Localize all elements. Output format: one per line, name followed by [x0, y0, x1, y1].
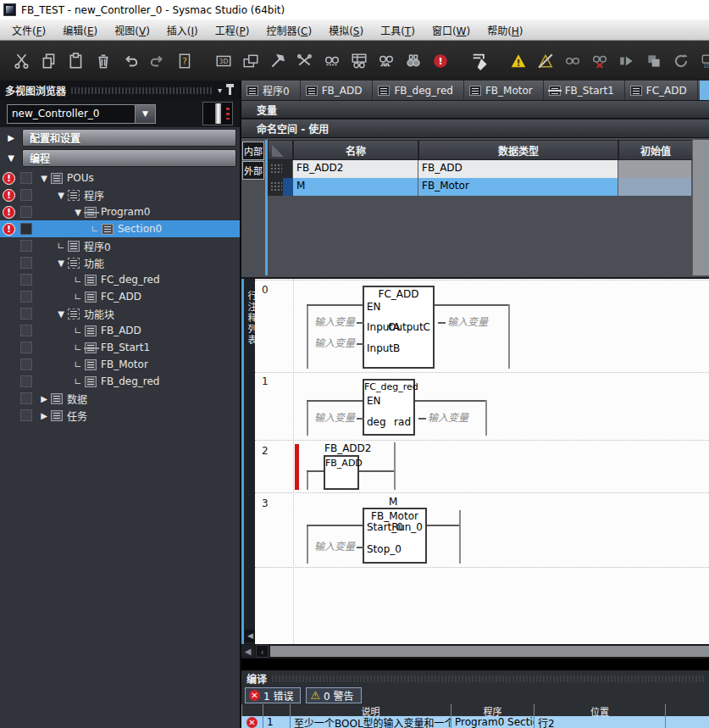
fb-instance-name[interactable]: M — [389, 496, 397, 508]
watch-glasses-off-icon[interactable] — [589, 50, 611, 72]
cut-icon[interactable] — [11, 50, 33, 72]
tab-active-partial[interactable] — [700, 81, 709, 100]
collapse-arrow-icon[interactable]: ▶ — [37, 394, 51, 403]
hscroll-thumb[interactable] — [270, 646, 709, 657]
menu-tools[interactable]: 工具(T) — [372, 20, 424, 40]
step-run-icon[interactable] — [616, 50, 638, 72]
tree-checkbox[interactable] — [20, 342, 32, 353]
column-header-name[interactable]: 名称 — [293, 140, 418, 160]
menu-window[interactable]: 窗口(W) — [424, 20, 479, 40]
tree-checkbox[interactable] — [20, 189, 32, 201]
tree-checkbox[interactable] — [20, 409, 32, 421]
tree-checkbox[interactable] — [20, 257, 32, 269]
tree-checkbox[interactable] — [20, 291, 32, 303]
expand-arrow-icon[interactable]: ▼ — [37, 174, 51, 183]
delete-icon[interactable] — [92, 50, 114, 72]
collapse-arrow-icon[interactable]: ▶ — [0, 133, 22, 142]
tab-fc-add[interactable]: FC_ADD — [625, 81, 698, 100]
tab-fb-start1[interactable]: FB_Start1 — [544, 81, 625, 100]
tree-item-program0[interactable]: ! ▼Program0 — [0, 203, 240, 220]
variables-bar[interactable]: 变量 — [241, 100, 709, 119]
menu-controller[interactable]: 控制器(C) — [258, 20, 320, 40]
column-header-initial[interactable]: 初始值 — [618, 140, 693, 160]
menu-help[interactable]: 帮助(H) — [479, 20, 531, 40]
scroll-step-left-icon[interactable]: ‹ — [256, 645, 269, 658]
section-config[interactable]: ▶ 配置和设置 — [0, 128, 240, 147]
description-column[interactable]: 说明 — [290, 704, 451, 716]
search-icon[interactable] — [402, 50, 424, 72]
tree-checkbox[interactable] — [20, 325, 32, 336]
menu-view[interactable]: 视图(V) — [106, 20, 158, 40]
tab-fb-motor[interactable]: FB_Motor — [464, 81, 544, 100]
tree-checkbox[interactable] — [20, 274, 32, 286]
tab-external[interactable]: 外部 — [242, 161, 264, 180]
pin-icon[interactable] — [229, 86, 231, 95]
tab-internal[interactable]: 内部 — [242, 142, 264, 160]
grid-corner-cell[interactable] — [268, 140, 293, 160]
tree-item-section0[interactable]: ! ∟Section0 — [0, 220, 240, 237]
menu-simulation[interactable]: 模拟(S) — [320, 20, 372, 40]
input-placeholder[interactable]: 输入变量 — [314, 314, 364, 328]
fb-motor-block[interactable]: FB_Motor Start_0 Run_0 Stop_0 — [363, 508, 427, 564]
fb-add2-block[interactable]: FB_ADD — [324, 455, 359, 490]
redo-icon[interactable] — [147, 50, 169, 72]
rung-comment-strip[interactable]: 行注释列表 ◀ — [241, 279, 255, 644]
tree-item-program0-st[interactable]: ∟程序0 — [0, 237, 240, 254]
undo-icon[interactable] — [119, 50, 141, 72]
tree-item-fb-deg-red[interactable]: ∟FB_deg_red — [0, 373, 240, 390]
scroll-left-icon[interactable]: ◀ — [241, 645, 254, 658]
expand-arrow-icon[interactable]: ▼ — [54, 309, 68, 319]
expand-arrow-icon[interactable]: ▼ — [54, 191, 68, 200]
variable-table-scrollbar[interactable] — [692, 140, 709, 275]
tree-item-fb-motor[interactable]: ∟FB_Motor — [0, 356, 240, 373]
3d-view-icon[interactable]: 3D — [213, 50, 235, 72]
column-header-type[interactable]: 数据类型 — [418, 140, 618, 160]
tree-checkbox[interactable] — [20, 392, 32, 404]
section-programming-bar[interactable]: 编程 — [22, 149, 236, 167]
namespace-bar[interactable]: 命名空间 - 使用 — [241, 119, 709, 138]
warning-disabled-icon[interactable] — [535, 50, 557, 72]
fb-instance-name[interactable]: FB_ADD2 — [324, 442, 371, 454]
variable-row-selected[interactable]: M FB_Motor — [268, 178, 692, 196]
section-config-bar[interactable]: 配置和设置 — [22, 129, 236, 147]
variable-row[interactable]: FB_ADD2 FB_ADD — [268, 160, 692, 178]
input-placeholder[interactable]: 输入变量 — [314, 409, 364, 424]
program-column[interactable]: 程序 — [451, 704, 534, 716]
location-column[interactable]: 位置 — [534, 704, 665, 716]
tab-fb-add[interactable]: FB_ADD — [301, 81, 374, 100]
tree-item-programs[interactable]: ! ▼程序 — [0, 186, 240, 203]
collapse-arrow-icon[interactable]: ▶ — [37, 411, 51, 420]
warning-enabled-icon[interactable]: ! — [507, 50, 529, 72]
cross-reference-icon[interactable] — [294, 50, 316, 72]
errors-filter-button[interactable]: ✕1 错误 — [245, 687, 301, 703]
tree-checkbox[interactable] — [20, 206, 32, 218]
tree-item-fc-deg-red[interactable]: ∟FC_deg_red — [0, 271, 240, 288]
expand-arrow-icon[interactable]: ▼ — [71, 208, 85, 217]
tree-item-functions[interactable]: ▼功能 — [0, 254, 240, 271]
tree-checkbox[interactable] — [20, 240, 32, 252]
watch-glasses-icon[interactable] — [562, 50, 584, 72]
build-error-row[interactable]: ✕ 1 至少一个BOOL型的输入变量和一个 Program0 Sectio 行2 — [241, 716, 709, 728]
chevron-down-icon[interactable]: ▼ — [135, 105, 155, 123]
fc-add-block[interactable]: FC_ADD EN InputA OutputC InputB — [363, 286, 435, 369]
output-placeholder[interactable]: 输入变量 — [438, 314, 488, 328]
tree-checkbox[interactable] — [20, 223, 32, 235]
expand-arrow-icon[interactable]: ▼ — [54, 258, 68, 268]
tree-item-fb-add[interactable]: ∟FB_ADD — [0, 322, 240, 339]
menu-edit[interactable]: 编辑(E) — [54, 20, 106, 40]
copy-icon[interactable] — [38, 50, 60, 72]
tab-program0[interactable]: 程序0 — [241, 81, 301, 100]
tree-item-pous[interactable]: ! ▼POUs — [0, 169, 240, 186]
tab-fb-deg-red[interactable]: FB_deg_red — [373, 81, 463, 100]
controller-error-icon[interactable]: ! — [429, 50, 451, 72]
output-placeholder[interactable]: 输入变量 — [418, 409, 468, 424]
panel-menu-arrow-icon[interactable]: ▾ — [218, 86, 222, 95]
online-monitor-icon[interactable]: 101 — [697, 50, 709, 72]
fc-deg-red-block[interactable]: FC_deg_red EN deg rad — [363, 379, 415, 436]
execute-copy-icon[interactable] — [643, 50, 665, 72]
io-map-icon[interactable] — [375, 50, 397, 72]
tree-item-fb-start1[interactable]: ∟FB_Start1 — [0, 339, 240, 356]
help-doc-icon[interactable]: ? — [174, 50, 196, 72]
tree-checkbox[interactable] — [20, 308, 32, 320]
tree-item-data[interactable]: ▶数据 — [0, 390, 240, 407]
